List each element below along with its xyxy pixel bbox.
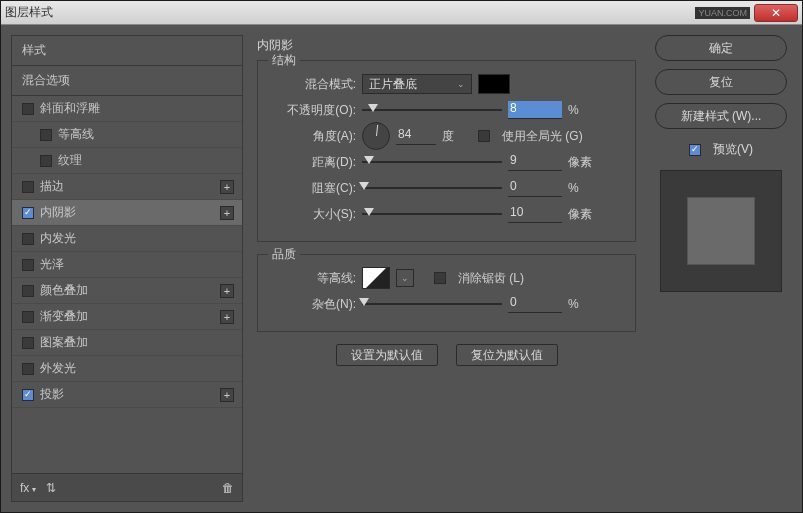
blend-options-header[interactable]: 混合选项 [12,66,242,96]
sidebar-item-label: 外发光 [40,360,76,377]
sidebar-item-label: 纹理 [58,152,82,169]
sidebar-item-label: 描边 [40,178,64,195]
group-title: 品质 [268,246,300,263]
dropdown-value: 正片叠底 [369,76,417,93]
global-light-label: 使用全局光 (G) [502,128,583,145]
preview-thumbnail [660,170,782,292]
sidebar-item-pattern-overlay[interactable]: 图案叠加 [12,330,242,356]
sidebar-item-texture[interactable]: 纹理 [12,148,242,174]
sidebar-item-label: 光泽 [40,256,64,273]
sidebar-item-inner-glow[interactable]: 内发光 [12,226,242,252]
checkbox[interactable] [22,259,34,271]
noise-label: 杂色(N): [270,296,356,313]
add-icon[interactable]: + [220,310,234,324]
sidebar-item-color-overlay[interactable]: 颜色叠加 + [12,278,242,304]
ok-button[interactable]: 确定 [655,35,787,61]
chevron-down-icon: ⌄ [457,79,465,89]
sidebar-item-outer-glow[interactable]: 外发光 [12,356,242,382]
chevron-down-icon[interactable]: ⌄ [396,269,414,287]
checkbox[interactable] [22,311,34,323]
size-slider[interactable] [362,206,502,222]
add-icon[interactable]: + [220,206,234,220]
checkbox[interactable] [22,337,34,349]
checkbox[interactable] [22,233,34,245]
new-style-button[interactable]: 新建样式 (W)... [655,103,787,129]
sidebar-item-label: 内阴影 [40,204,76,221]
sidebar-footer: fx ▾ ⇅ 🗑 [12,473,242,501]
sidebar-item-label: 渐变叠加 [40,308,88,325]
sidebar-item-label: 图案叠加 [40,334,88,351]
distance-input[interactable]: 9 [508,153,562,171]
layer-style-dialog: 图层样式 YUAN.COM ✕ 样式 混合选项 斜面和浮雕 等高线 纹理 描边 … [0,0,803,513]
add-icon[interactable]: + [220,180,234,194]
fx-menu-button[interactable]: fx ▾ [20,481,36,495]
checkbox[interactable] [22,389,34,401]
checkbox[interactable] [22,285,34,297]
make-default-button[interactable]: 设置为默认值 [336,344,438,366]
add-icon[interactable]: + [220,284,234,298]
sidebar-item-label: 等高线 [58,126,94,143]
color-swatch[interactable] [478,74,510,94]
distance-slider[interactable] [362,154,502,170]
unit-degree: 度 [442,128,472,145]
add-icon[interactable]: + [220,388,234,402]
noise-slider[interactable] [362,296,502,312]
close-icon: ✕ [771,6,781,20]
styles-header[interactable]: 样式 [12,36,242,66]
trash-icon[interactable]: 🗑 [222,481,234,495]
choke-slider[interactable] [362,180,502,196]
sidebar-item-label: 颜色叠加 [40,282,88,299]
sidebar-item-gradient-overlay[interactable]: 渐变叠加 + [12,304,242,330]
unit-px: 像素 [568,206,598,223]
window-title: 图层样式 [5,4,695,21]
checkbox[interactable] [22,363,34,375]
blend-mode-dropdown[interactable]: 正片叠底 ⌄ [362,74,472,94]
unit-percent: % [568,103,598,117]
sidebar-item-satin[interactable]: 光泽 [12,252,242,278]
sidebar-item-label: 投影 [40,386,64,403]
unit-percent: % [568,297,598,311]
contour-label: 等高线: [270,270,356,287]
quality-group: 品质 等高线: ⌄ 消除锯齿 (L) 杂色(N): 0 % [257,254,636,332]
sidebar-item-stroke[interactable]: 描边 + [12,174,242,200]
noise-input[interactable]: 0 [508,295,562,313]
sidebar-item-contour[interactable]: 等高线 [12,122,242,148]
opacity-slider[interactable] [362,102,502,118]
choke-input[interactable]: 0 [508,179,562,197]
sidebar-item-bevel[interactable]: 斜面和浮雕 [12,96,242,122]
up-down-icon[interactable]: ⇅ [46,481,56,495]
size-input[interactable]: 10 [508,205,562,223]
checkbox[interactable] [22,181,34,193]
antialias-label: 消除锯齿 (L) [458,270,524,287]
checkbox[interactable] [40,129,52,141]
group-title: 结构 [268,52,300,69]
close-button[interactable]: ✕ [754,4,798,22]
global-light-checkbox[interactable] [478,130,490,142]
styles-sidebar: 样式 混合选项 斜面和浮雕 等高线 纹理 描边 + 内阴影 [11,35,243,502]
checkbox[interactable] [22,207,34,219]
sidebar-item-drop-shadow[interactable]: 投影 + [12,382,242,408]
opacity-label: 不透明度(O): [270,102,356,119]
preview-checkbox[interactable] [689,144,701,156]
right-column: 确定 复位 新建样式 (W)... 预览(V) [650,35,792,502]
logo-badge: YUAN.COM [695,7,750,19]
choke-label: 阻塞(C): [270,180,356,197]
reset-default-button[interactable]: 复位为默认值 [456,344,558,366]
opacity-input[interactable]: 8 [508,101,562,119]
antialias-checkbox[interactable] [434,272,446,284]
sidebar-item-label: 斜面和浮雕 [40,100,100,117]
size-label: 大小(S): [270,206,356,223]
titlebar[interactable]: 图层样式 YUAN.COM ✕ [1,1,802,25]
angle-input[interactable]: 84 [396,127,436,145]
structure-group: 结构 混合模式: 正片叠底 ⌄ 不透明度(O): 8 % 角度(A) [257,60,636,242]
cancel-button[interactable]: 复位 [655,69,787,95]
contour-picker[interactable] [362,267,390,289]
angle-label: 角度(A): [270,128,356,145]
checkbox[interactable] [40,155,52,167]
checkbox[interactable] [22,103,34,115]
main-panel: 内阴影 结构 混合模式: 正片叠底 ⌄ 不透明度(O): 8 % [251,35,642,502]
angle-dial[interactable] [362,122,390,150]
panel-title: 内阴影 [251,35,642,56]
sidebar-item-inner-shadow[interactable]: 内阴影 + [12,200,242,226]
unit-px: 像素 [568,154,598,171]
